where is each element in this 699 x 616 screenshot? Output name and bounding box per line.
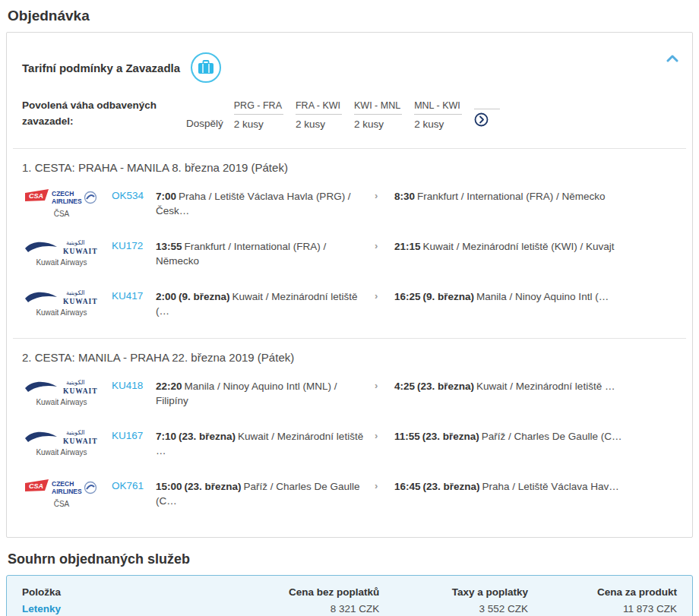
baggage-column-fra-kwi: FRA - KWI 2 kusy [296, 100, 342, 130]
flight-number-link[interactable]: KU167 [112, 428, 156, 441]
flight-row-ku417: الكويتية KUWAIT Kuwait Airways KU417 2:0… [22, 288, 677, 327]
departure-time: 13:55 [156, 241, 182, 252]
arrival-place: Manila / Ninoy Aquino Intl (… [476, 291, 609, 302]
summary-table: Položka Cena bez poplatků Taxy a poplatk… [22, 586, 677, 614]
baggage-icon [191, 52, 221, 83]
arrival-place: Frankfurt / International (FRA) / Německ… [417, 191, 606, 202]
route-label: MNL - KWI [414, 100, 462, 115]
arrival-info: 16:25(9. března)Manila / Ninoy Aquino In… [394, 288, 677, 305]
divider [13, 148, 686, 149]
czech-airlines-logo: CSA CZECH AIRLINES ČSA [22, 478, 101, 508]
arrival-time: 8:30 [394, 191, 415, 202]
baggage-label-line2: zavazadel: [22, 113, 186, 130]
departure-info: 2:00(9. března)Kuwait / Mezinárodní leti… [156, 288, 375, 319]
tariff-title: Tarifní podmínky a Zavazadla [22, 62, 180, 74]
departure-date: (23. března) [179, 431, 236, 442]
page-title: Objednávka [8, 8, 699, 24]
arrival-info: 11:55(23. března)Paříž / Charles De Gaul… [394, 428, 677, 444]
arrival-info: 8:30Frankfurt / International (FRA) / Ně… [394, 188, 677, 204]
summary-col-item: Položka [22, 586, 193, 603]
segment-arrow-icon: › [375, 188, 394, 201]
csa-line2: AIRLINES [52, 488, 82, 495]
passenger-type-label: Dospělý [186, 118, 223, 130]
departure-time: 22:20 [156, 381, 182, 392]
kuwait-airways-logo: الكويتية KUWAIT Kuwait Airways [22, 238, 101, 267]
summary-title: Souhrn objednaných služeb [8, 551, 699, 567]
divider [13, 338, 686, 339]
flight-number-link[interactable]: OK534 [112, 188, 156, 201]
kuwait-name-text: KUWAIT [63, 248, 98, 255]
departure-time: 7:10 [156, 431, 176, 442]
flight-row-ok534: CSA CZECH AIRLINES ČSA OK534 7:00Praha /… [22, 188, 677, 227]
flight-number-link[interactable]: KU418 [112, 377, 156, 391]
arrival-info: 4:25(23. března)Kuwait / Mezinárodní let… [394, 377, 677, 394]
kuwait-arabic-text: الكويتية [66, 239, 85, 246]
kuwait-airways-logo: الكويتية KUWAIT Kuwait Airways [22, 288, 101, 317]
order-panel: Tarifní podmínky a Zavazadla Povolená vá… [6, 32, 693, 538]
flight-number-link[interactable]: OK761 [112, 478, 156, 491]
segment-arrow-icon: › [375, 478, 394, 491]
baggage-more-column [474, 96, 500, 130]
kuwait-arabic-text: الكويتية [66, 429, 85, 436]
price-no-fees-value: 8 321 CZK [193, 603, 379, 614]
product-price-value: 11 873 CZK [528, 603, 677, 614]
baggage-allowance-row: Povolená váha odbavených zavazadel: Dosp… [22, 96, 677, 130]
baggage-qty: 2 kusy [234, 115, 283, 130]
baggage-qty: 2 kusy [296, 115, 342, 130]
departure-time: 15:00 [156, 481, 182, 492]
baggage-qty: 2 kusy [414, 115, 462, 130]
chevron-up-icon[interactable] [666, 52, 680, 63]
departure-info: 22:20Manila / Ninoy Aquino Intl (MNL) / … [156, 377, 375, 409]
flight-number-link[interactable]: KU417 [112, 288, 156, 302]
airline-caption: ČSA [54, 210, 70, 218]
arrival-time: 16:45 [394, 481, 421, 492]
route-label: FRA - KWI [296, 100, 342, 115]
kuwait-name-text: KUWAIT [63, 298, 98, 305]
airline-caption: Kuwait Airways [36, 308, 87, 317]
departure-info: 7:00Praha / Letiště Václava Havla (PRG) … [156, 188, 375, 219]
arrival-place: Kuwait / Mezinárodní letiště … [476, 381, 615, 392]
arrival-place: Kuwait / Mezinárodní letiště (KWI) / Kuv… [423, 241, 615, 252]
segment-arrow-icon: › [375, 288, 394, 302]
arrival-place: Praha / Letiště Václava Hav… [482, 481, 619, 492]
route-label: KWI - MNL [354, 100, 402, 115]
arrival-date: (23. března) [417, 381, 474, 392]
csa-mark: CSA [29, 482, 43, 490]
departure-place: Praha / Letiště Václava Havla (PRG) / Če… [156, 191, 351, 216]
departure-time: 2:00 [156, 291, 176, 302]
kuwait-name-text: KUWAIT [63, 387, 98, 395]
arrival-date: (23. března) [423, 481, 480, 492]
arrow-right-circle-icon[interactable] [474, 109, 500, 130]
baggage-column-prg-fra: PRG - FRA 2 kusy [234, 100, 283, 130]
baggage-column-kwi-mnl: KWI - MNL 2 kusy [354, 100, 402, 130]
csa-mark: CSA [29, 192, 43, 200]
departure-time: 7:00 [156, 191, 176, 202]
arrival-date: (9. března) [423, 291, 475, 302]
czech-airlines-logo: CSA CZECH AIRLINES ČSA [22, 188, 101, 218]
airline-caption: ČSA [54, 500, 70, 508]
arrival-time: 16:25 [394, 291, 421, 302]
arrival-info: 16:45(23. března)Praha / Letiště Václava… [394, 478, 677, 494]
flight-row-ku167: الكويتية KUWAIT Kuwait Airways KU167 7:1… [22, 428, 677, 467]
baggage-qty: 2 kusy [354, 115, 402, 130]
airline-caption: Kuwait Airways [36, 448, 87, 456]
baggage-column-mnl-kwi: MNL - KWI 2 kusy [414, 100, 462, 130]
item-tickets-link[interactable]: Letenky [22, 603, 193, 614]
summary-col-price-no-fees: Cena bez poplatků [193, 586, 379, 603]
kuwait-arabic-text: الكويتية [66, 379, 85, 386]
baggage-label-line1: Povolená váha odbavených [22, 97, 186, 114]
arrival-time: 4:25 [394, 381, 415, 392]
csa-line1: CZECH [52, 190, 74, 197]
flight-number-link[interactable]: KU172 [112, 238, 156, 251]
flight-row-ku172: الكويتية KUWAIT Kuwait Airways KU172 13:… [22, 238, 677, 277]
segment-arrow-icon: › [375, 377, 394, 391]
summary-col-taxes: Taxy a poplatky [379, 586, 528, 603]
csa-line2: AIRLINES [52, 197, 82, 205]
airline-caption: Kuwait Airways [36, 398, 87, 406]
arrival-time: 21:15 [394, 241, 421, 252]
baggage-more-underline [474, 96, 500, 109]
kuwait-airways-logo: الكويتية KUWAIT Kuwait Airways [22, 377, 101, 406]
summary-box: Položka Cena bez poplatků Taxy a poplatk… [6, 575, 693, 616]
departure-date: (9. března) [179, 291, 230, 302]
summary-col-product-price: Cena za produkt [528, 586, 677, 603]
